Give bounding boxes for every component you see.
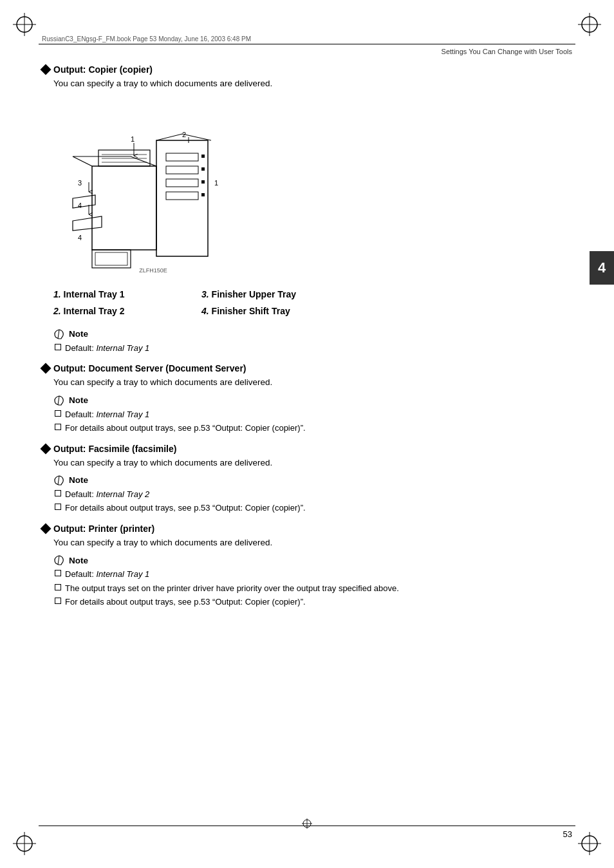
tray-item-3: 3. Finisher Upper Tray: [201, 287, 369, 303]
page-number: 53: [563, 829, 572, 839]
svg-line-42: [58, 556, 59, 565]
note-title-facsimile: Note: [53, 475, 557, 486]
note-row-copier-1: Default: Internal Tray 1: [53, 342, 557, 355]
section-heading-copier: Output: Copier (copier): [42, 64, 569, 75]
note-title-printer: Note: [53, 554, 557, 566]
section-output-printer: Output: Printer (printer) You can specif…: [42, 524, 569, 609]
note-checkbox-docserver-1: [55, 410, 61, 417]
note-icon-facsimile: [53, 475, 65, 486]
section-body-facsimile: You can specify a tray to which document…: [53, 457, 569, 469]
note-block-facsimile: Note Default: Internal Tray 2 For detail…: [53, 475, 557, 514]
footer-center-mark: [301, 817, 313, 833]
note-title-copier: Note: [53, 328, 557, 340]
printer-diagram: 1 1 2 4: [53, 102, 259, 276]
note-block-printer: Note Default: Internal Tray 1 The output…: [53, 554, 557, 609]
section-output-copier: Output: Copier (copier) You can specify …: [42, 64, 569, 354]
svg-line-40: [58, 396, 59, 405]
svg-text:4: 4: [78, 202, 82, 209]
note-checkbox-printer-1: [55, 570, 61, 576]
svg-rect-37: [95, 252, 127, 265]
section-heading-docserver: Output: Document Server (Document Server…: [42, 363, 569, 373]
note-block-copier: Note Default: Internal Tray 1: [53, 328, 557, 355]
svg-text:4: 4: [78, 234, 82, 241]
note-checkbox-facsimile-2: [55, 504, 61, 510]
tray-item-1: 1. Internal Tray 1: [53, 287, 195, 303]
note-row-printer-3: For details about output trays, see p.53…: [53, 596, 557, 609]
note-row-docserver-1: Default: Internal Tray 1: [53, 408, 557, 421]
svg-rect-16: [166, 192, 198, 200]
note-icon-printer: [53, 554, 65, 566]
svg-line-41: [58, 476, 59, 485]
tray-list: 1. Internal Tray 1 3. Finisher Upper Tra…: [53, 287, 557, 319]
corner-mark-bl: [12, 831, 37, 856]
svg-rect-12: [156, 140, 208, 256]
diamond-bullet-copier: [41, 64, 51, 75]
svg-rect-22: [92, 166, 156, 250]
svg-rect-20: [201, 193, 205, 196]
main-content: Output: Copier (copier) You can specify …: [42, 64, 569, 618]
section-body-copier: You can specify a tray to which document…: [53, 77, 569, 90]
section-heading-printer: Output: Printer (printer): [42, 524, 569, 534]
svg-text:ZLFH150E: ZLFH150E: [139, 267, 167, 274]
svg-rect-14: [166, 166, 198, 174]
header-section-title: Settings You Can Change with User Tools: [442, 48, 572, 55]
note-row-facsimile-2: For details about output trays, see p.53…: [53, 502, 557, 514]
diamond-bullet-docserver: [41, 363, 51, 374]
svg-rect-23: [98, 150, 150, 166]
header-line: [39, 44, 575, 44]
note-checkbox-docserver-2: [55, 424, 61, 430]
note-icon-docserver: [53, 395, 65, 406]
note-row-docserver-2: For details about output trays, see p.53…: [53, 422, 557, 435]
svg-rect-13: [166, 153, 198, 161]
section-body-docserver: You can specify a tray to which document…: [53, 376, 569, 389]
note-block-docserver: Note Default: Internal Tray 1 For detail…: [53, 395, 557, 435]
diamond-bullet-facsimile: [41, 443, 51, 454]
svg-text:1: 1: [214, 179, 218, 187]
svg-rect-15: [166, 179, 198, 187]
note-checkbox-printer-3: [55, 598, 61, 604]
svg-text:1: 1: [131, 135, 135, 143]
svg-text:3: 3: [78, 179, 82, 187]
note-row-printer-2: The output trays set on the printer driv…: [53, 582, 557, 595]
note-title-docserver: Note: [53, 395, 557, 406]
corner-mark-br: [577, 831, 602, 856]
note-icon-copier: [53, 328, 65, 340]
chapter-tab: 4: [590, 251, 614, 285]
note-row-printer-1: Default: Internal Tray 1: [53, 568, 557, 581]
tray-item-2: 2. Internal Tray 2: [53, 304, 195, 319]
note-checkbox-copier-1: [55, 344, 61, 350]
section-output-facsimile: Output: Facsimile (facsimile) You can sp…: [42, 444, 569, 514]
corner-mark-tl: [12, 12, 37, 37]
corner-mark-tr: [577, 12, 602, 37]
note-checkbox-printer-2: [55, 584, 61, 590]
header-meta: RussianC3_ENgsg-F_FM.book Page 53 Monday…: [42, 35, 251, 42]
diamond-bullet-printer: [41, 523, 51, 534]
svg-line-39: [58, 330, 59, 339]
svg-rect-19: [201, 180, 205, 184]
tray-item-4: 4. Finisher Shift Tray: [201, 304, 369, 319]
note-row-facsimile-1: Default: Internal Tray 2: [53, 488, 557, 501]
section-output-docserver: Output: Document Server (Document Server…: [42, 363, 569, 434]
note-checkbox-facsimile-1: [55, 490, 61, 496]
svg-rect-18: [201, 167, 205, 171]
section-body-printer: You can specify a tray to which document…: [53, 536, 569, 549]
section-heading-facsimile: Output: Facsimile (facsimile): [42, 444, 569, 454]
svg-rect-17: [201, 155, 205, 158]
